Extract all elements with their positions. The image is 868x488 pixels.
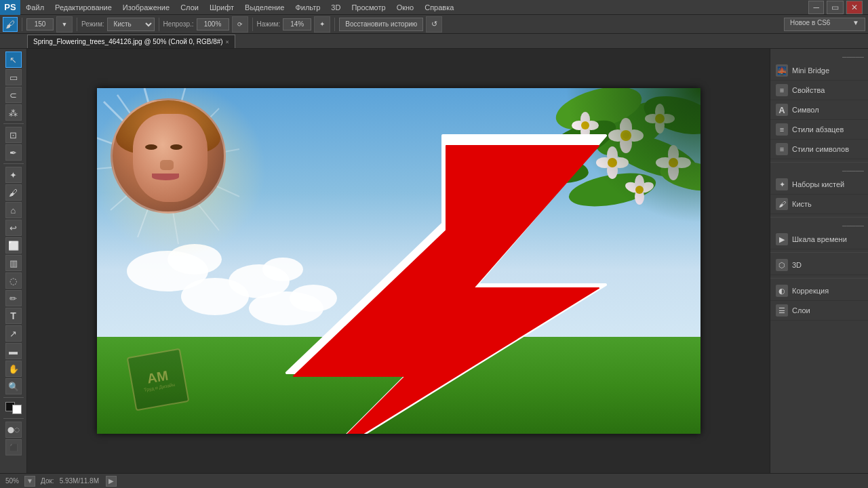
panel-item-brush-presets[interactable]: ✦ Наборы кистей [770, 175, 868, 195]
hand-tool-icon[interactable]: ✋ [5, 361, 22, 377]
panel-item-timeline[interactable]: ▶ Шкала времени [770, 230, 868, 249]
history-brush-tool-icon[interactable]: ↩ [5, 220, 22, 236]
panel-item-layers[interactable]: ☰ Слои [770, 301, 868, 321]
timeline-icon: ▶ [776, 233, 788, 245]
lasso-tool-icon[interactable]: ⊂ [5, 87, 22, 103]
right-panel: ───── 🌉 Mini Bridge ≡ Свойства A Символ … [770, 49, 868, 473]
separator-3 [159, 18, 159, 31]
tabbar: Spring_Flowering_trees_464126.jpg @ 50% … [0, 34, 868, 49]
separator-4 [252, 18, 253, 31]
minimize-button[interactable]: ─ [808, 1, 824, 14]
magic-wand-tool-icon[interactable]: ⁂ [5, 104, 22, 121]
eyedropper-tool-icon[interactable]: ✒ [5, 144, 22, 161]
tab-close-icon[interactable]: × [226, 39, 229, 45]
mini-bridge-icon: 🌉 [776, 64, 788, 77]
spot-healing-tool-icon[interactable]: ✦ [5, 167, 22, 183]
brush-picker-icon[interactable]: ▼ [56, 16, 73, 33]
toolbox: ↖ ▭ ⊂ ⁂ ⊡ ✒ ✦ 🖌 ⌂ ↩ ⬜ ▥ ◌ ✏ T ↗ ▬ ✋ 🔍 ⬤◌… [0, 49, 27, 473]
tool-divider-2 [3, 163, 24, 164]
image-scene: АМ Труд и Дизайн [97, 88, 701, 434]
3d-icon: ⬡ [776, 259, 788, 271]
layers-icon: ☰ [776, 304, 788, 317]
menu-font[interactable]: Шрифт [204, 2, 239, 13]
dodge-tool-icon[interactable]: ◌ [5, 272, 22, 289]
canvas-area: АМ Труд и Дизайн [27, 49, 770, 473]
panel-item-properties[interactable]: ≡ Свойства [770, 81, 868, 100]
menu-edit[interactable]: Редактирование [50, 2, 117, 13]
pen-tool-icon[interactable]: ✏ [5, 290, 22, 306]
menu-image[interactable]: Изображение [117, 2, 175, 13]
timeline-label: Шкала времени [792, 235, 847, 243]
eye-right [170, 144, 182, 150]
new-cs6-button[interactable]: Новое в CS6 ▼ [784, 18, 865, 31]
flow-input[interactable] [283, 18, 311, 30]
portrait-face [133, 114, 208, 202]
mode-select[interactable]: Кисть [107, 18, 155, 31]
character-icon: A [776, 104, 788, 116]
menu-filter[interactable]: Фильтр [290, 2, 326, 13]
canvas-container: АМ Труд и Дизайн [97, 88, 701, 434]
panel-item-adjustments[interactable]: ◐ Коррекция [770, 281, 868, 301]
portrait-circle [111, 98, 226, 214]
close-button[interactable]: ✕ [846, 1, 863, 14]
panel-item-paragraph-styles[interactable]: ≡ Стили абзацев [770, 120, 868, 140]
airbrush-toggle-icon[interactable]: ⟳ [232, 16, 248, 33]
zoom-tool-icon[interactable]: 🔍 [5, 378, 22, 394]
menu-select[interactable]: Выделение [239, 2, 290, 13]
move-tool-icon[interactable]: ↖ [5, 52, 22, 68]
menu-3d[interactable]: 3D [326, 2, 346, 13]
tool-divider-1 [3, 123, 24, 124]
doc-info-arrow-icon[interactable]: ▶ [106, 476, 117, 487]
eraser-tool-icon[interactable]: ⬜ [5, 237, 22, 253]
panel-item-3d[interactable]: ⬡ 3D [770, 256, 868, 275]
properties-label: Свойства [792, 86, 825, 94]
menu-window[interactable]: Окно [391, 2, 420, 13]
panel-section-header-2: ───── [770, 165, 868, 175]
background-color-swatch[interactable] [12, 405, 22, 414]
character-label: Символ [792, 106, 819, 114]
tool-divider-3 [3, 397, 24, 398]
panel-item-brush[interactable]: 🖌 Кисть [770, 195, 868, 214]
opacity-label: Непрозр.: [163, 20, 194, 28]
brush-tool-icon2[interactable]: 🖌 [5, 184, 22, 201]
menu-help[interactable]: Справка [419, 2, 459, 13]
menu-file[interactable]: Файл [20, 2, 50, 13]
nose [160, 160, 174, 170]
panel-item-mini-bridge[interactable]: 🌉 Mini Bridge [770, 61, 868, 81]
adjustments-label: Коррекция [792, 287, 829, 295]
menubar: PS Файл Редактирование Изображение Слои … [0, 0, 868, 15]
separator-2 [77, 18, 77, 31]
marquee-tool-icon[interactable]: ▭ [5, 69, 22, 85]
menu-view[interactable]: Просмотр [346, 2, 391, 13]
brush-label: Кисть [792, 200, 812, 208]
document-tab[interactable]: Spring_Flowering_trees_464126.jpg @ 50% … [27, 35, 235, 48]
brush-size-input[interactable] [26, 18, 54, 30]
panel-item-char-styles[interactable]: ≡ Стили символов [770, 140, 868, 159]
panel-divider-2 [770, 217, 868, 218]
airbrush-icon[interactable]: ✦ [314, 16, 330, 33]
brush-icon: 🖌 [776, 198, 788, 210]
shape-tool-icon[interactable]: ▬ [5, 343, 22, 359]
quick-mask-icon[interactable]: ⬤◌ [5, 422, 22, 438]
screen-mode-icon[interactable]: ⬛ [5, 439, 22, 455]
new-cs6-arrow-icon: ▼ [852, 19, 859, 26]
history-brush-icon[interactable]: ↺ [426, 16, 442, 33]
gradient-tool-icon[interactable]: ▥ [5, 255, 22, 271]
zoom-menu-icon[interactable]: ▼ [24, 476, 35, 487]
restore-history-button[interactable]: Восстановить историю [339, 18, 423, 31]
red-arrow-svg [219, 115, 680, 434]
new-cs6-label: Новое в CS6 [790, 19, 830, 26]
menu-layers[interactable]: Слои [175, 2, 204, 13]
panel-item-character[interactable]: A Символ [770, 100, 868, 120]
clone-stamp-tool-icon[interactable]: ⌂ [5, 202, 22, 218]
panel-section-header: ───── [770, 52, 868, 61]
char-styles-label: Стили символов [792, 145, 849, 153]
crop-tool-icon[interactable]: ⊡ [5, 127, 22, 143]
adjustments-icon: ◐ [776, 285, 788, 297]
brush-tool-icon[interactable]: 🖌 [3, 17, 18, 32]
doc-size: 5.93М/11.8М [60, 477, 99, 485]
path-select-tool-icon[interactable]: ↗ [5, 325, 22, 342]
opacity-input[interactable] [197, 18, 229, 30]
text-tool-icon[interactable]: T [5, 308, 22, 324]
restore-button[interactable]: ▭ [827, 1, 844, 14]
